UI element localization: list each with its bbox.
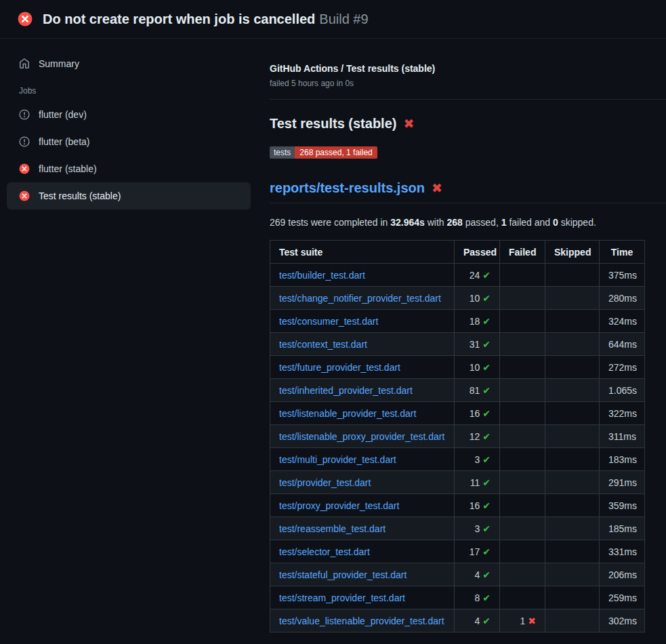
- test-suite-cell: test/listenable_proxy_provider_test.dart: [270, 425, 455, 448]
- time-cell: 1.065s: [600, 379, 645, 402]
- time-cell: 280ms: [600, 287, 645, 310]
- test-suite-link[interactable]: test/proxy_provider_test.dart: [279, 500, 399, 511]
- test-suite-cell: test/change_notifier_provider_test.dart: [270, 287, 455, 310]
- passed-count: 3: [474, 454, 480, 465]
- failed-cell: [500, 425, 545, 448]
- test-suite-link[interactable]: test/context_test.dart: [279, 339, 367, 350]
- time-cell: 359ms: [600, 494, 645, 517]
- passed-count: 8: [474, 592, 480, 603]
- failed-cell: [500, 586, 545, 609]
- alert-circle-icon: [19, 109, 30, 120]
- time-cell: 206ms: [600, 563, 645, 586]
- test-suite-link[interactable]: test/future_provider_test.dart: [279, 362, 400, 373]
- test-suite-link[interactable]: test/stream_provider_test.dart: [279, 592, 405, 603]
- test-suite-link[interactable]: test/selector_test.dart: [279, 546, 370, 557]
- check-icon: ✔: [482, 569, 491, 580]
- table-row: test/future_provider_test.dart 10✔ 272ms: [270, 356, 645, 379]
- test-suite-cell: test/inherited_provider_test.dart: [270, 379, 455, 402]
- main-content: GitHub Actions / Test results (stable) f…: [264, 39, 666, 644]
- section-title: Test results (stable) ✖: [270, 116, 644, 132]
- sidebar-job-item[interactable]: flutter (stable): [7, 155, 251, 182]
- badge-label: tests: [270, 146, 295, 159]
- failed-cell: [500, 264, 545, 287]
- failed-cell: [500, 540, 545, 563]
- table-header-row: Test suite Passed Failed Skipped Time: [270, 241, 645, 264]
- failed-cell: [500, 333, 545, 356]
- passed-count: 10: [470, 293, 480, 304]
- test-suite-cell: test/builder_test.dart: [270, 264, 455, 287]
- sidebar-job-item[interactable]: Test results (stable): [7, 182, 251, 209]
- check-icon: ✔: [482, 316, 491, 327]
- time-cell: 259ms: [600, 586, 645, 609]
- passed-count: 81: [470, 385, 480, 396]
- failed-cell: [500, 379, 545, 402]
- sidebar-item-summary[interactable]: Summary: [7, 52, 251, 75]
- test-suite-link[interactable]: test/inherited_provider_test.dart: [279, 385, 413, 396]
- check-icon: ✔: [482, 362, 491, 373]
- test-suite-cell: test/stream_provider_test.dart: [270, 586, 455, 609]
- skipped-cell: [545, 494, 600, 517]
- skipped-cell: [545, 402, 600, 425]
- report-link[interactable]: reports/test-results.json: [270, 180, 425, 196]
- passed-count: 11: [470, 477, 480, 488]
- x-icon: ✖: [528, 616, 536, 626]
- sidebar-jobs: flutter (dev) flutter (beta) flutter (st…: [7, 101, 251, 209]
- test-suite-cell: test/future_provider_test.dart: [270, 356, 455, 379]
- passed-count: 31: [470, 339, 480, 350]
- test-suite-cell: test/selector_test.dart: [270, 540, 455, 563]
- test-suite-link[interactable]: test/listenable_provider_test.dart: [279, 408, 416, 419]
- summary-passed-count: 268: [447, 217, 463, 228]
- skipped-cell: [545, 425, 600, 448]
- column-header-test-suite: Test suite: [270, 241, 455, 264]
- table-row: test/stream_provider_test.dart 8✔ 259ms: [270, 586, 645, 609]
- test-suite-link[interactable]: test/listenable_proxy_provider_test.dart: [279, 431, 444, 442]
- test-suite-cell: test/context_test.dart: [270, 333, 455, 356]
- skipped-cell: [545, 379, 600, 402]
- sidebar-job-item[interactable]: flutter (beta): [7, 128, 251, 155]
- passed-count: 24: [470, 270, 480, 281]
- passed-cell: 16✔: [455, 494, 500, 517]
- time-cell: 311ms: [600, 425, 645, 448]
- time-cell: 324ms: [600, 310, 645, 333]
- check-icon: ✔: [482, 500, 491, 511]
- failed-cell: [500, 494, 545, 517]
- test-suite-link[interactable]: test/stateful_provider_test.dart: [279, 569, 407, 580]
- table-row: test/inherited_provider_test.dart 81✔ 1.…: [270, 379, 645, 402]
- skipped-cell: [545, 471, 600, 494]
- skipped-cell: [545, 264, 600, 287]
- test-suite-link[interactable]: test/multi_provider_test.dart: [279, 454, 396, 465]
- test-suite-link[interactable]: test/value_listenable_provider_test.dart: [279, 616, 444, 626]
- passed-cell: 10✔: [455, 287, 500, 310]
- passed-cell: 24✔: [455, 264, 500, 287]
- time-cell: 375ms: [600, 264, 645, 287]
- check-icon: ✔: [482, 523, 491, 534]
- sidebar-summary-label: Summary: [39, 58, 79, 69]
- passed-cell: 16✔: [455, 402, 500, 425]
- time-cell: 322ms: [600, 402, 645, 425]
- test-suite-cell: test/stateful_provider_test.dart: [270, 563, 455, 586]
- job-label: flutter (beta): [39, 136, 89, 147]
- test-suite-link[interactable]: test/consumer_test.dart: [279, 316, 378, 327]
- test-suite-link[interactable]: test/provider_test.dart: [279, 477, 371, 488]
- build-number: Build #9: [319, 12, 368, 26]
- column-header-failed: Failed: [500, 241, 545, 264]
- summary-failed-count: 1: [501, 217, 507, 228]
- test-suite-link[interactable]: test/change_notifier_provider_test.dart: [279, 293, 441, 304]
- table-row: test/listenable_provider_test.dart 16✔ 3…: [270, 402, 645, 425]
- tests-badge: tests 268 passed, 1 failed: [270, 146, 377, 159]
- check-icon: ✔: [482, 270, 491, 281]
- table-row: test/provider_test.dart 11✔ 291ms: [270, 471, 645, 494]
- table-row: test/context_test.dart 31✔ 644ms: [270, 333, 645, 356]
- skipped-cell: [545, 517, 600, 540]
- table-row: test/reassemble_test.dart 3✔ 185ms: [270, 517, 645, 540]
- test-suite-cell: test/proxy_provider_test.dart: [270, 494, 455, 517]
- skipped-cell: [545, 586, 600, 609]
- sidebar-job-item[interactable]: flutter (dev): [7, 101, 251, 128]
- passed-cell: 12✔: [455, 425, 500, 448]
- test-suite-link[interactable]: test/builder_test.dart: [279, 270, 365, 281]
- x-icon: ✖: [432, 182, 442, 195]
- time-cell: 291ms: [600, 471, 645, 494]
- header-divider: [270, 99, 666, 100]
- test-suite-link[interactable]: test/reassemble_test.dart: [279, 523, 386, 534]
- test-suite-cell: test/reassemble_test.dart: [270, 517, 455, 540]
